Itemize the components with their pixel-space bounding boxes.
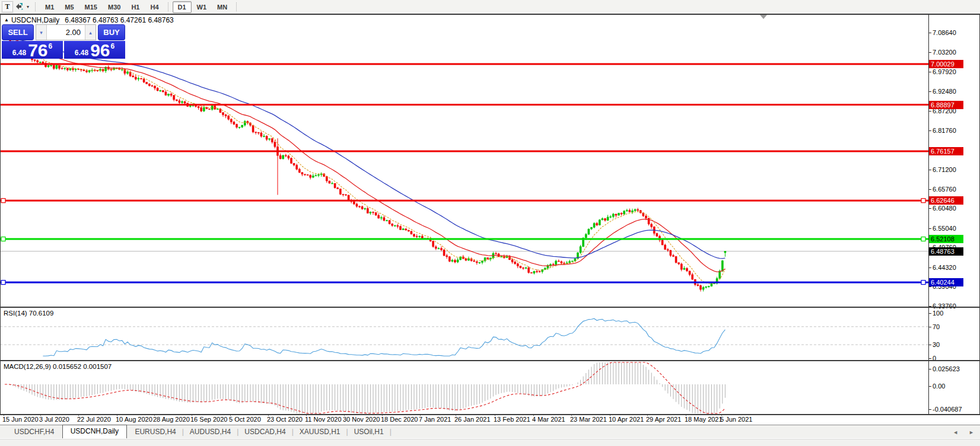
time-axis-date-label: 15 Jun 2020 xyxy=(2,416,39,423)
level-price-label: 6.40244 xyxy=(929,278,963,286)
price-axis-tick-label: 6.97920 xyxy=(933,68,975,75)
time-axis-date-label: 16 Sep 2020 xyxy=(190,416,227,423)
sell-price-display[interactable]: 6.48 76 6 xyxy=(2,41,63,59)
scroll-left-icon[interactable]: ◄ xyxy=(953,429,958,435)
macd-axis-tick xyxy=(928,369,931,369)
level-line-handle[interactable] xyxy=(921,281,925,285)
chart-tab-usdcnh[interactable]: USDCNH,Daily xyxy=(62,425,127,438)
level-line-handle[interactable] xyxy=(1,281,5,285)
moving-average-line xyxy=(13,40,726,272)
volume-increase-button[interactable]: ▴ xyxy=(85,25,96,40)
macd-axis-tick-label: -0.040687 xyxy=(933,406,975,413)
chart-tab-eurusd[interactable]: EURUSD,H4 xyxy=(129,426,182,438)
time-axis-date-label: 3 Jul 2020 xyxy=(39,416,69,423)
chart-left-border xyxy=(0,14,1,415)
collapse-arrow-icon[interactable]: ▲ xyxy=(4,17,9,23)
volume-spinner: ▾ 2.00 ▴ xyxy=(36,24,96,40)
chart-tab-xauusd[interactable]: XAUUSD,H1 xyxy=(294,426,346,438)
time-axis-date-label: 26 Jan 2021 xyxy=(454,416,491,423)
volume-input[interactable]: 2.00 xyxy=(47,25,85,40)
time-axis-date-label: 29 Apr 2021 xyxy=(646,416,681,423)
horizontal-level-line[interactable] xyxy=(0,282,928,283)
tab-scroll-arrows: ◄ ► xyxy=(953,429,974,435)
price-axis-tick xyxy=(928,189,931,190)
time-axis-date-label: 28 Aug 2020 xyxy=(153,416,190,423)
price-axis-tick xyxy=(928,33,931,33)
tab-separator: | xyxy=(390,426,392,438)
price-axis-tick-label: 7.03200 xyxy=(933,49,975,56)
price-chart-canvas[interactable] xyxy=(0,0,980,446)
time-axis-date-label: 18 May 2021 xyxy=(685,416,723,423)
buy-price-display[interactable]: 6.48 96 6 xyxy=(64,41,125,59)
chart-tab-usdchf[interactable]: USDCHF,H4 xyxy=(8,426,60,438)
macd-axis-tick-label: 0.025623 xyxy=(933,365,975,372)
level-line-handle[interactable] xyxy=(921,237,925,241)
rsi-pane-divider[interactable] xyxy=(0,307,980,308)
macd-indicator-label: MACD(12,26,9) 0.015652 0.001507 xyxy=(4,363,112,370)
level-line-handle[interactable] xyxy=(1,237,5,241)
rsi-axis-tick-label: 100 xyxy=(933,310,975,317)
chart-bottom-border xyxy=(0,414,980,415)
rsi-axis-tick-label: 70 xyxy=(933,323,975,330)
level-line-handle[interactable] xyxy=(1,199,5,203)
sell-price-pips: 76 xyxy=(28,43,47,58)
price-axis-line xyxy=(928,15,929,414)
scroll-right-icon[interactable]: ► xyxy=(969,429,974,435)
level-line-handle[interactable] xyxy=(921,199,925,203)
macd-axis-tick xyxy=(928,409,931,410)
volume-decrease-button[interactable]: ▾ xyxy=(36,25,47,40)
ohlc-values: 6.48367 6.48763 6.47261 6.48763 xyxy=(65,16,174,24)
price-axis-tick xyxy=(928,52,931,53)
price-axis-tick-label: 6.44320 xyxy=(933,264,975,271)
chart-tab-usoil[interactable]: USOil,H1 xyxy=(348,426,390,438)
rsi-axis-tick xyxy=(928,358,931,359)
buy-button[interactable]: BUY xyxy=(98,24,125,40)
horizontal-level-line[interactable] xyxy=(0,63,928,65)
level-price-label: 6.76157 xyxy=(929,147,963,155)
horizontal-level-line[interactable] xyxy=(0,104,928,106)
price-axis-tick xyxy=(928,170,931,170)
chart-tab-audusd[interactable]: AUDUSD,H4 xyxy=(184,426,237,438)
horizontal-level-line[interactable] xyxy=(0,238,928,240)
symbol-period-label: USDCNH,Daily xyxy=(11,16,59,24)
macd-axis-tick-label: 0.00 xyxy=(933,383,975,390)
time-axis-date-label: 22 Jul 2020 xyxy=(77,416,111,423)
buy-price-prefix: 6.48 xyxy=(75,49,88,58)
rsi-axis-tick xyxy=(928,345,931,345)
mt4-window: T ▾ M1M5M15M30H1H4D1W1MN ▲USDCNH,Daily6.… xyxy=(0,0,980,446)
bearish-candle-wicks xyxy=(5,37,701,292)
sell-button[interactable]: SELL xyxy=(2,24,34,40)
price-axis-tick xyxy=(928,228,931,229)
rsi-line xyxy=(43,318,725,356)
horizontal-level-line[interactable] xyxy=(0,200,928,202)
time-axis-date-label: 10 Aug 2020 xyxy=(116,416,152,423)
sell-price-point: 6 xyxy=(49,42,53,50)
price-axis-tick-label: 7.08640 xyxy=(933,29,975,36)
time-axis-date-label: 7 Jan 2021 xyxy=(419,416,451,423)
price-axis-tick-label: 6.92480 xyxy=(933,88,975,95)
rsi-axis-tick-label: 30 xyxy=(933,341,975,348)
time-axis-date-label: 23 Mar 2021 xyxy=(570,416,607,423)
time-axis-date-label: 23 Oct 2020 xyxy=(267,416,303,423)
horizontal-level-line[interactable] xyxy=(0,151,928,152)
one-click-trading-panel: SELL ▾ 2.00 ▴ BUY 6.48 76 6 6.48 96 6 xyxy=(2,24,125,59)
time-axis-date-label: 18 Dec 2020 xyxy=(381,416,418,423)
chart-tab-usdcad[interactable]: USDCAD,H4 xyxy=(238,426,291,438)
time-axis-date-label: 5 Jun 2021 xyxy=(720,416,752,423)
time-axis-date-label: 5 Oct 2020 xyxy=(229,416,261,423)
price-axis-tick-label: 6.55040 xyxy=(933,225,975,232)
macd-pane-divider[interactable] xyxy=(0,360,980,361)
macd-histogram xyxy=(5,362,725,413)
price-axis-tick-label: 6.33760 xyxy=(933,302,975,310)
rsi-indicator-label: RSI(14) 70.6109 xyxy=(4,310,53,317)
chevron-up-icon: ▴ xyxy=(89,30,92,36)
macd-axis-tick xyxy=(928,386,931,387)
price-axis-tick-label: 6.65760 xyxy=(933,186,975,193)
buy-price-point: 6 xyxy=(111,42,115,50)
chart-top-border xyxy=(0,14,980,15)
time-axis-date-label: 4 Mar 2021 xyxy=(532,416,565,423)
moving-average-line xyxy=(13,41,726,283)
price-axis-tick xyxy=(928,130,931,131)
rsi-axis-tick xyxy=(928,327,931,327)
chart-shift-marker[interactable] xyxy=(760,15,767,19)
